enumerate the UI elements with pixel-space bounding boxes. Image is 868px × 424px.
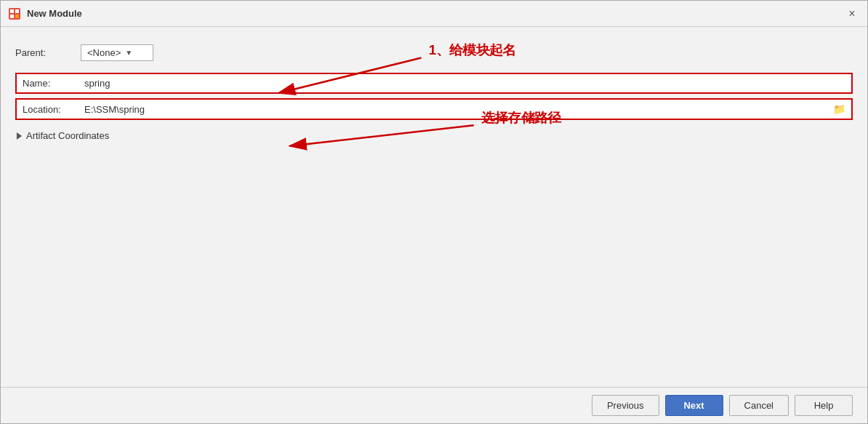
dialog-footer: Previous Next Cancel Help (1, 387, 867, 423)
dialog-content: Parent: <None> ▼ Name: Location: 📁 Art (1, 27, 867, 387)
close-button[interactable]: × (844, 6, 860, 22)
svg-rect-1 (10, 9, 14, 13)
previous-button[interactable]: Previous (592, 395, 659, 416)
name-label: Name: (23, 78, 84, 89)
artifact-section[interactable]: Artifact Coordinates (15, 126, 853, 145)
help-button[interactable]: Help (795, 395, 853, 416)
dialog-title: New Module (27, 8, 82, 19)
parent-label: Parent: (15, 47, 81, 58)
name-input[interactable] (84, 78, 845, 89)
cancel-button[interactable]: Cancel (729, 395, 789, 416)
parent-dropdown[interactable]: <None> ▼ (81, 44, 153, 61)
module-icon (8, 7, 21, 20)
title-bar: New Module × (1, 1, 867, 27)
dropdown-arrow-icon: ▼ (125, 49, 132, 57)
location-label: Location: (23, 104, 84, 115)
location-row: Location: 📁 (17, 100, 851, 119)
next-button[interactable]: Next (665, 395, 723, 416)
name-row: Name: (17, 74, 851, 92)
title-bar-left: New Module (8, 7, 82, 20)
svg-rect-2 (15, 9, 19, 13)
artifact-label: Artifact Coordinates (26, 130, 109, 141)
name-section: Name: (15, 73, 853, 94)
expand-triangle-icon (17, 132, 22, 140)
parent-row: Parent: <None> ▼ (15, 40, 853, 65)
parent-value: <None> (87, 47, 121, 58)
location-input[interactable] (84, 104, 829, 115)
new-module-dialog: New Module × Parent: <None> ▼ Name: Loca… (0, 0, 868, 424)
svg-rect-4 (15, 15, 19, 18)
location-section: Location: 📁 (15, 98, 853, 120)
folder-browse-icon[interactable]: 📁 (833, 103, 845, 115)
svg-rect-3 (10, 15, 14, 18)
